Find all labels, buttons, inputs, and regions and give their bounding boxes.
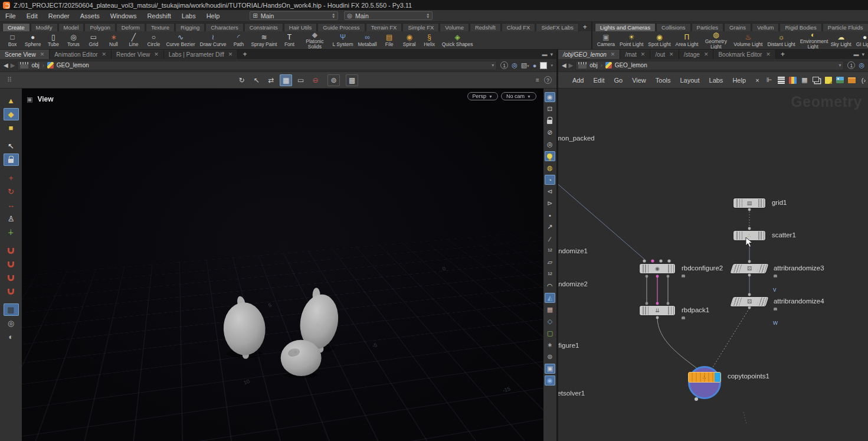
pane-maximize-icon[interactable]: ▬ [853, 51, 859, 57]
shelf-tool-metaball[interactable]: ∞Metaball [356, 31, 379, 49]
spinner-icon[interactable]: ▲▼ [426, 13, 430, 19]
select-cursor-icon[interactable]: ↖ [250, 74, 263, 86]
viewport-3d[interactable]: 50-5100-15-20 ▣ View Persp▼ No cam▼ [22, 89, 543, 441]
point-marker-icon[interactable]: • [545, 210, 555, 220]
prim-hull-icon[interactable]: ◇ [545, 316, 555, 326]
path-dropdown-icon[interactable]: ▾ [838, 63, 841, 68]
display-geometry-icon[interactable]: ◆ [4, 108, 19, 120]
node-attribrandomize4[interactable]: ⚄attribrandomize4w [732, 297, 767, 306]
shelf-tab-characters[interactable]: Characters [205, 23, 243, 31]
shelf-tool-area-light[interactable]: ΠArea Light [673, 31, 701, 49]
shelf-tab-rigid-bodies[interactable]: Rigid Bodies [779, 23, 821, 31]
translate-tool-icon[interactable]: + [4, 172, 19, 184]
lasso-pick-icon[interactable]: ⊖ [309, 74, 322, 86]
sticky-note-icon[interactable] [824, 76, 833, 84]
back-arrow-icon[interactable]: ◀ [4, 62, 8, 68]
shelf-tab-vellum[interactable]: Vellum [752, 23, 779, 31]
menu-item-redshift[interactable]: Redshift [142, 12, 176, 19]
image-plane-icon[interactable]: ▣ [545, 364, 555, 374]
shelf-tab-simple-fx[interactable]: Simple FX [402, 23, 439, 31]
group-bounds-icon[interactable]: ▢ [545, 328, 555, 338]
menu-item-edit[interactable]: Edit [588, 77, 609, 84]
image-icon[interactable] [836, 76, 844, 84]
pose-tool-icon[interactable]: ♙ [4, 213, 19, 225]
hide-other-objects-icon[interactable]: ⊲ [545, 187, 555, 197]
prim-number-icon[interactable]: ¹² [545, 269, 555, 279]
snap-magnet-icon[interactable] [4, 285, 19, 298]
close-tab-icon[interactable]: ✕ [641, 51, 646, 57]
help-icon[interactable]: ? [544, 76, 552, 84]
shelf-tool-box[interactable]: □Box [2, 31, 22, 49]
path-node[interactable]: GEO_lemon [615, 62, 647, 68]
shelf-tab-constraints[interactable]: Constraints [244, 23, 283, 31]
menu-item-layout[interactable]: Layout [675, 77, 704, 84]
shelf-tab-guide-process[interactable]: Guide Process [317, 23, 365, 31]
shelf-tool-grid[interactable]: ▭Grid [83, 31, 103, 49]
swatch-dropdown-icon[interactable]: ▾ [551, 63, 553, 68]
prim-normal-icon[interactable]: ◭ [545, 293, 555, 303]
shelf-tool-quick-shapes[interactable]: ◈Quick Shapes [440, 31, 476, 49]
select-objects-icon[interactable]: ▩ [4, 303, 19, 316]
wind-visualizer-icon[interactable]: ∗ [545, 340, 555, 350]
menu-item-view[interactable]: View [627, 77, 651, 84]
shelf-tab-redshift[interactable]: Redshift [470, 23, 501, 31]
camera-button[interactable]: No cam▼ [501, 92, 536, 100]
pane-maximize-icon[interactable]: ▬ [542, 51, 547, 57]
menu-item-assets[interactable]: Assets [75, 12, 105, 19]
lemon-model[interactable] [222, 295, 267, 358]
pane-tab-labs-parameter-diff[interactable]: Labs | Parameter Diff✕ [164, 50, 238, 59]
select-arrow-icon[interactable]: ↖ [4, 140, 19, 152]
pane-tab-bookmark-editor[interactable]: Bookmark Editor✕ [713, 50, 775, 59]
uv-checker-icon[interactable]: ▦ [545, 305, 555, 315]
close-tab-icon[interactable]: ✕ [704, 51, 709, 57]
node-body[interactable]: ◉ [640, 264, 675, 273]
follow-target-icon[interactable]: ◎ [859, 61, 864, 69]
scroll-more-icon[interactable]: (› [859, 76, 868, 84]
point-number-icon[interactable]: ¹² [545, 246, 555, 256]
list-icon[interactable] [777, 76, 785, 84]
pane-tab-scene-view[interactable]: Scene View✕ [0, 50, 50, 59]
material-sphere-icon[interactable]: ◐ [4, 331, 19, 343]
shelf-tab-particles[interactable]: Particles [692, 23, 723, 31]
path-dropdown-icon[interactable]: ▾ [492, 63, 494, 68]
headlight-bulb-icon[interactable] [545, 151, 555, 161]
add-shelf-tab-button[interactable]: + [579, 23, 591, 31]
shelf-tab-polygon[interactable]: Polygon [84, 23, 115, 31]
node-body[interactable]: ⚄ [730, 297, 768, 306]
shelf-tool-spiral[interactable]: ◉Spiral [399, 31, 420, 49]
box-pick-icon[interactable]: ▭ [294, 74, 307, 86]
network-canvas[interactable]: Geometry ▤grid1∴scatter1◉rbdconfigure2⚄a… [558, 89, 868, 441]
shelf-tab-collisions[interactable]: Collisions [656, 23, 691, 31]
node-body[interactable]: ⇊ [640, 306, 675, 315]
menu-item-labs[interactable]: Labs [705, 77, 728, 84]
spinner-icon[interactable]: ▲▼ [332, 13, 335, 19]
shelf-tool-file[interactable]: ▤File [379, 31, 399, 49]
shelf-tool-path[interactable]: ◜Path [228, 31, 248, 49]
grid-view-icon[interactable]: ▦ [800, 76, 809, 84]
path-field[interactable]: obj › GEO_lemon ▾ [17, 61, 497, 70]
forward-arrow-icon[interactable]: ▶ [569, 62, 574, 68]
frame-view-icon[interactable]: ⊡ [545, 104, 555, 114]
shelf-tool-font[interactable]: TFont [279, 31, 299, 49]
pane-tab-animation-editor[interactable]: Animation Editor✕ [50, 50, 112, 59]
shelf-tool-l-system[interactable]: ΨL System [330, 31, 355, 49]
select-view-icon[interactable]: ◎ [4, 317, 19, 329]
menu-item-tools[interactable]: Tools [651, 77, 676, 84]
pane-tab--obj-geo-lemon[interactable]: /obj/GEO_lemon✕ [558, 50, 620, 59]
close-tab-icon[interactable]: ✕ [102, 51, 107, 57]
shelf-tab-volume[interactable]: Volume [440, 23, 469, 31]
radial-menu-selector[interactable]: ◎ Main ▲▼ [344, 11, 433, 20]
light-pin-icon[interactable]: ◍ [545, 163, 555, 173]
shading-sphere-icon[interactable]: ◔ [545, 175, 555, 185]
stowbar-icon[interactable]: ≡ [536, 77, 539, 83]
shelf-tool-circle[interactable]: ○Circle [143, 31, 163, 49]
shelf-tab-cloud-fx[interactable]: Cloud FX [502, 23, 536, 31]
palette-icon[interactable] [788, 76, 797, 84]
node-body[interactable]: ▤ [733, 198, 765, 208]
shelf-tool-helix[interactable]: §Helix [420, 31, 440, 49]
forward-arrow-icon[interactable]: ▶ [11, 62, 15, 68]
pane-tab--mat[interactable]: /mat✕ [620, 50, 650, 59]
rotate-tool-icon[interactable]: ↻ [4, 185, 19, 198]
no-camera-icon[interactable]: ⊘ [545, 128, 555, 138]
shelf-tool-torus[interactable]: ◎Torus [63, 31, 83, 49]
